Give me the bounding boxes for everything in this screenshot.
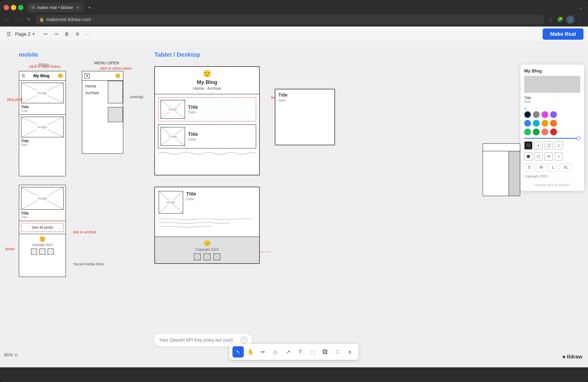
size-xl[interactable]: XL [560, 163, 572, 171]
reload-btn[interactable]: ↻ [25, 15, 33, 24]
tablet-featured-date: Date [188, 110, 198, 114]
toolbar-divider [38, 31, 39, 37]
shape-semi[interactable]: ▪ [534, 141, 543, 150]
mobile-post-1: Image Title Date [19, 81, 65, 115]
help-icon[interactable]: ? [241, 337, 248, 343]
tab-title: make real • tldraw [37, 5, 73, 10]
more-btn[interactable]: ⋯ [84, 30, 92, 38]
extensions-btn[interactable]: 🧩 [556, 16, 564, 23]
new-tab-btn[interactable]: + [86, 4, 93, 11]
mobile-featured-image-label: Image [37, 196, 48, 201]
tool-select[interactable]: ↖ [232, 346, 244, 358]
tool-arrow[interactable]: ↗ [282, 346, 294, 358]
tool-frame[interactable]: ⬚ [307, 346, 318, 358]
tablet-nav: Home - Archive [158, 86, 256, 91]
bottom-toolbar: ↖ ✋ ✏ ◇ ↗ T ⬚ 🖼 □ ∧ [230, 344, 358, 360]
social-icon-1[interactable] [31, 249, 37, 255]
openai-key-input[interactable] [159, 337, 238, 343]
menu-smiley: 🙂 [115, 73, 121, 79]
color-row-1 [524, 111, 580, 118]
social-icon-2[interactable] [39, 249, 45, 255]
tablet-social-2[interactable] [204, 254, 210, 260]
address-bar[interactable]: 🔒 makereal.tldraw.com [35, 15, 544, 24]
mobile-post-1-title: Title [21, 105, 64, 109]
size-s[interactable]: S [524, 163, 534, 171]
color-gray[interactable] [533, 111, 540, 118]
undo-btn[interactable]: ↩ [42, 30, 50, 38]
annotation-click-close: click to close menu [100, 66, 132, 71]
tab-extension-btn[interactable]: ⌄ [577, 4, 584, 11]
mobile-menu-header: ✕ 🙂 [82, 71, 123, 81]
browser-tab[interactable]: ✏ make real • tldraw ✕ [27, 3, 84, 12]
mobile-post-2-date: Date [21, 143, 64, 147]
profile-btn[interactable]: 👤 [566, 15, 574, 24]
color-yellow[interactable] [542, 120, 548, 127]
shape-filled[interactable]: ⬛ [524, 141, 532, 150]
lock-icon: 🔒 [39, 17, 44, 22]
mobile-phone-wireframe: ☰ My Blog 🙂 Image Title Date [19, 71, 66, 176]
color-black[interactable] [524, 111, 531, 118]
panel-blog-title: My Blog [524, 68, 580, 74]
tablet-social-3[interactable] [213, 254, 220, 260]
tool-diamond[interactable]: ◇ [270, 346, 281, 358]
traffic-light-green[interactable] [18, 5, 23, 10]
color-green[interactable] [533, 128, 540, 135]
shape-dashed[interactable]: ⬜ [545, 141, 553, 150]
color-panel: My Blog Title Date S [520, 64, 584, 191]
browser-window: ✏ make real • tldraw ✕ + ⌄ ← → ↻ 🔒 maker… [0, 0, 588, 382]
delete-btn[interactable]: 🗑 [63, 30, 71, 38]
circle-filled[interactable]: ⚫ [524, 152, 532, 161]
stroke-slider[interactable] [524, 138, 580, 139]
color-red[interactable] [550, 128, 557, 135]
menu-btn[interactable]: ⋮ [577, 16, 584, 23]
color-light-red[interactable] [542, 128, 548, 135]
circle-semi[interactable]: ◯ [534, 152, 543, 161]
color-purple[interactable] [550, 111, 557, 118]
expand-icon[interactable]: ⊞ [14, 352, 18, 357]
overlay-box-1 [108, 81, 123, 103]
size-m[interactable]: M [536, 163, 546, 171]
hamburger-icon[interactable]: ☰ [4, 30, 13, 38]
circle-outline[interactable]: ○ [555, 152, 563, 161]
panel-item: Title Date [524, 96, 580, 103]
wiggle-decoration [158, 151, 256, 155]
mobile-section-label: mobile [19, 51, 38, 58]
tab-close-btn[interactable]: ✕ [76, 5, 80, 10]
tool-text[interactable]: T [294, 346, 306, 358]
color-light-green[interactable] [524, 128, 531, 135]
title-bar: ✏ make real • tldraw ✕ + ⌄ [0, 0, 588, 12]
page-selector[interactable]: Page 2 ▼ [15, 31, 35, 37]
tool-rect[interactable]: □ [332, 346, 343, 358]
tablet-social-1[interactable] [194, 254, 201, 260]
color-cyan[interactable] [533, 120, 540, 127]
color-orange[interactable] [550, 120, 557, 127]
back-btn[interactable]: ← [4, 15, 12, 24]
tool-more[interactable]: ∧ [344, 346, 356, 358]
social-icon-3[interactable] [48, 249, 54, 255]
tool-image[interactable]: 🖼 [319, 346, 331, 358]
see-all-posts-btn[interactable]: See all posts [21, 223, 64, 232]
bookmark-btn[interactable]: ☆ [546, 16, 554, 23]
redo-btn[interactable]: ↪ [52, 30, 61, 38]
close-menu-icon[interactable]: ✕ [84, 73, 90, 79]
forward-btn[interactable]: → [14, 15, 22, 24]
size-l[interactable]: L [548, 163, 558, 171]
make-real-btn[interactable]: Make Real [543, 28, 584, 40]
annotation-menu-open: MENU OPEN [94, 60, 119, 65]
color-pink[interactable] [542, 111, 548, 118]
tool-hand[interactable]: ✋ [245, 346, 256, 358]
duplicate-btn[interactable]: ⧉ [73, 30, 82, 38]
footer-copyright: Copyright 2023 [21, 243, 64, 247]
tablet-archive-wireframe: Title Date [275, 89, 335, 145]
hamburger-menu-icon[interactable]: ☰ [21, 73, 25, 78]
shape-outline[interactable]: □ [555, 141, 563, 150]
circle-dashed[interactable]: ⊙ [545, 152, 553, 161]
tablet-blog-title: My Blog [158, 79, 256, 85]
tablet-post-2-date: Date [188, 137, 198, 141]
traffic-light-yellow[interactable] [11, 5, 16, 10]
tablet-footer: 🙂 Copyright 2023 [155, 237, 259, 263]
tool-pencil[interactable]: ✏ [257, 346, 269, 358]
traffic-light-red[interactable] [4, 5, 9, 10]
color-blue[interactable] [524, 120, 531, 127]
overlay-box-2 [108, 107, 123, 122]
